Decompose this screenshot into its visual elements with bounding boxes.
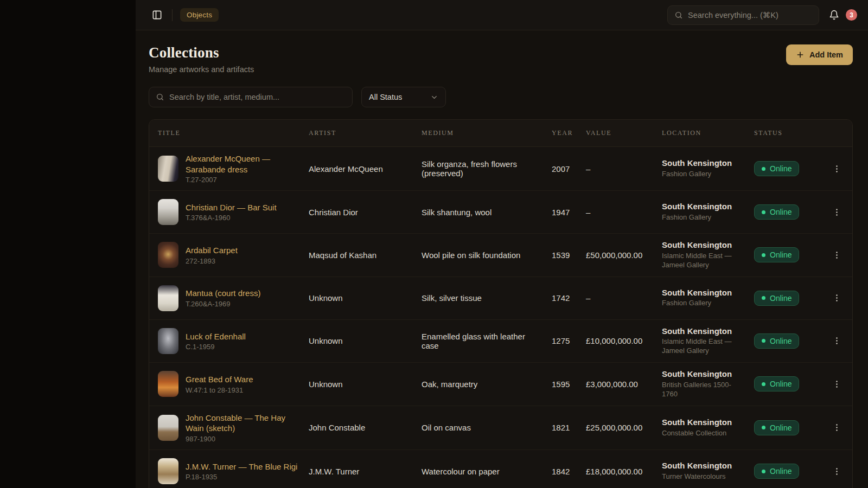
item-medium: Oak, marquetry — [422, 380, 552, 389]
item-artist: Christian Dior — [309, 208, 422, 217]
status-label: Online — [770, 251, 792, 259]
item-title-link[interactable]: John Constable — The Hay Wain (sketch) — [186, 413, 299, 434]
column-header-artist: Artist — [309, 129, 422, 137]
item-artist: Unknown — [309, 293, 422, 303]
item-location: South Kensington — [662, 158, 744, 169]
status-badge: Online — [754, 247, 799, 262]
kebab-menu-icon — [832, 380, 841, 389]
table-row[interactable]: Luck of Edenhall C.1-1959 Unknown Enamel… — [149, 320, 852, 363]
table-row[interactable]: Mantua (court dress) T.260&A-1969 Unknow… — [149, 277, 852, 320]
item-artist: Unknown — [309, 336, 422, 345]
chevron-down-icon — [430, 93, 438, 101]
item-thumbnail — [158, 156, 178, 182]
plus-icon — [796, 50, 805, 59]
item-medium: Oil on canvas — [422, 423, 552, 432]
item-title-link[interactable]: Mantua (court dress) — [186, 288, 260, 299]
collections-table: Title Artist Medium Year Value Location … — [149, 119, 853, 488]
table-row[interactable]: J.M.W. Turner — The Blue Rigi P.18-1935 … — [149, 450, 852, 488]
kebab-menu-icon — [832, 336, 841, 345]
item-medium: Silk shantung, wool — [422, 208, 552, 217]
item-medium: Enamelled glass with leather case — [422, 332, 552, 350]
item-artist: John Constable — [309, 423, 422, 432]
table-row[interactable]: John Constable — The Hay Wain (sketch) 9… — [149, 406, 852, 450]
item-value: £18,000,000.00 — [586, 467, 662, 476]
row-actions-button[interactable] — [830, 206, 844, 219]
table-row[interactable]: Alexander McQueen — Sarabande dress T.27… — [149, 147, 852, 191]
table-search-input[interactable] — [169, 93, 346, 101]
kebab-menu-icon — [832, 251, 841, 260]
table-search[interactable] — [149, 87, 353, 107]
item-thumbnail — [158, 242, 178, 268]
item-year: 1595 — [552, 380, 586, 389]
item-artist: Alexander McQueen — [309, 164, 422, 174]
status-dot-icon — [762, 382, 765, 386]
table-row[interactable]: Christian Dior — Bar Suit T.376&A-1960 C… — [149, 191, 852, 234]
page-subtitle: Manage artworks and artifacts — [149, 65, 254, 74]
item-year: 2007 — [552, 164, 586, 174]
item-sublocation: Islamic Middle East — Jameel Gallery — [662, 337, 744, 356]
status-label: Online — [770, 164, 792, 173]
row-actions-button[interactable] — [830, 377, 844, 391]
breadcrumb-objects[interactable]: Objects — [180, 8, 219, 22]
item-title-link[interactable]: Luck of Edenhall — [186, 331, 246, 342]
status-filter-select[interactable]: All Status — [361, 87, 446, 107]
item-accession: T.376&A-1960 — [186, 214, 277, 222]
item-title-link[interactable]: J.M.W. Turner — The Blue Rigi — [186, 461, 297, 472]
item-value: £10,000,000.00 — [586, 336, 662, 345]
item-sublocation: Fashion Gallery — [662, 170, 744, 179]
status-label: Online — [770, 208, 792, 216]
item-year: 1275 — [552, 336, 586, 345]
item-title-link[interactable]: Alexander McQueen — Sarabande dress — [186, 153, 299, 175]
item-title-link[interactable]: Ardabil Carpet — [186, 245, 238, 256]
item-accession: T.27-2007 — [186, 176, 299, 184]
item-thumbnail — [158, 371, 178, 397]
item-location: South Kensington — [662, 202, 744, 212]
row-actions-button[interactable] — [830, 465, 844, 478]
item-value: – — [586, 293, 662, 303]
column-header-title: Title — [158, 129, 309, 137]
row-actions-button[interactable] — [830, 291, 844, 305]
kebab-menu-icon — [832, 467, 841, 476]
row-actions-button[interactable] — [830, 162, 844, 176]
row-actions-button[interactable] — [830, 334, 844, 348]
item-artist: Unknown — [309, 380, 422, 389]
global-search-input[interactable] — [688, 11, 812, 20]
item-year: 1947 — [552, 208, 586, 217]
item-title-link[interactable]: Great Bed of Ware — [186, 374, 253, 385]
kebab-menu-icon — [832, 293, 841, 303]
status-label: Online — [770, 423, 792, 432]
column-header-status: Status — [754, 129, 818, 137]
item-sublocation: Fashion Gallery — [662, 299, 744, 308]
item-sublocation: Turner Watercolours — [662, 472, 744, 481]
table-row[interactable]: Great Bed of Ware W.47:1 to 28-1931 Unkn… — [149, 363, 852, 406]
item-value: £25,000,000.00 — [586, 423, 662, 432]
item-thumbnail — [158, 285, 178, 311]
item-value: – — [586, 164, 662, 174]
row-actions-button[interactable] — [830, 248, 844, 262]
item-value: £50,000,000.00 — [586, 251, 662, 260]
item-thumbnail — [158, 328, 178, 354]
item-artist: J.M.W. Turner — [309, 467, 422, 476]
search-icon — [674, 11, 683, 20]
item-value: – — [586, 208, 662, 217]
table-header-row: Title Artist Medium Year Value Location … — [149, 120, 852, 147]
column-header-year: Year — [552, 129, 586, 137]
notifications-button[interactable] — [827, 8, 841, 22]
bell-icon — [829, 10, 839, 20]
row-actions-button[interactable] — [830, 421, 844, 434]
table-row[interactable]: Ardabil Carpet 272-1893 Maqsud of Kashan… — [149, 234, 852, 277]
item-sublocation: Islamic Middle East — Jameel Gallery — [662, 252, 744, 270]
sidebar-toggle-button[interactable] — [150, 8, 164, 22]
collapsed-sidebar — [0, 0, 136, 488]
main-area: Objects 3 Collections Manage artworks an… — [136, 0, 868, 488]
item-accession: 272-1893 — [186, 257, 238, 265]
add-item-button[interactable]: Add Item — [786, 44, 853, 65]
topbar-divider — [172, 9, 173, 21]
item-year: 1742 — [552, 293, 586, 303]
item-accession: T.260&A-1969 — [186, 300, 260, 308]
item-thumbnail — [158, 415, 178, 441]
notification-count-badge[interactable]: 3 — [846, 9, 857, 21]
global-search[interactable] — [667, 5, 819, 25]
item-accession: 987-1900 — [186, 435, 299, 443]
item-title-link[interactable]: Christian Dior — Bar Suit — [186, 202, 277, 213]
